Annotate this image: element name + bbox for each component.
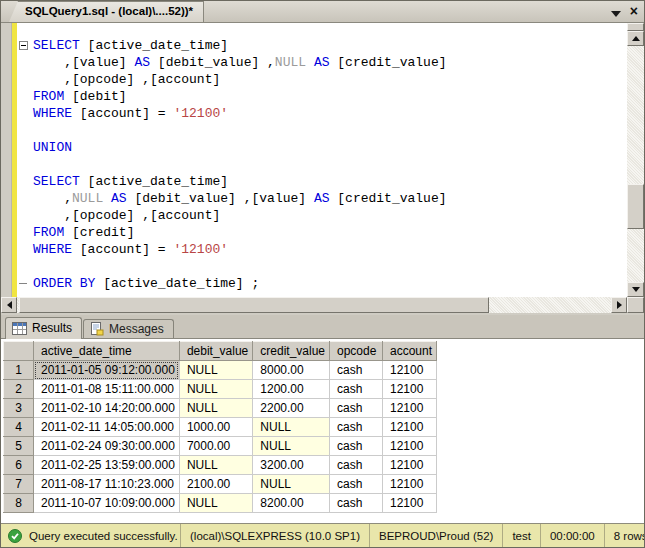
grid-cell[interactable]: 12100 (383, 494, 437, 513)
code-text: FROM [credit] (33, 224, 134, 241)
code-line[interactable] (17, 258, 627, 275)
grid-cell[interactable]: 8200.00 (253, 494, 330, 513)
column-header[interactable]: opcode (330, 342, 383, 361)
document-tab-title: SQLQuery1.sql - (local)\....52))* (25, 5, 193, 17)
code-line[interactable]: ORDER BY [active_date_time] ; (17, 275, 627, 292)
code-text: ,[opcode] ,[account] (33, 71, 220, 88)
grid-cell[interactable]: cash (330, 475, 383, 494)
grid-cell[interactable]: NULL (179, 361, 252, 380)
grid-cell[interactable]: 2011-01-08 15:11:00.000 (34, 380, 180, 399)
grid-cell[interactable]: cash (330, 437, 383, 456)
grid-cell[interactable]: NULL (179, 494, 252, 513)
code-line[interactable]: SELECT [active_date_time] (17, 173, 627, 190)
messages-icon (90, 322, 104, 336)
grid-cell[interactable]: NULL (179, 399, 252, 418)
tab-results[interactable]: Results (5, 317, 82, 339)
code-line[interactable]: SELECT [active_date_time] (17, 37, 627, 54)
code-line[interactable]: FROM [debit] (17, 88, 627, 105)
vertical-scroll-track[interactable] (627, 46, 644, 282)
column-header[interactable]: credit_value (253, 342, 330, 361)
splitter-handle[interactable] (627, 23, 644, 31)
status-message: Query executed successfully. (29, 530, 178, 542)
column-header[interactable]: account (383, 342, 437, 361)
grid-cell[interactable]: 2011-02-10 14:20:00.000 (34, 399, 180, 418)
grid-cell[interactable]: 7000.00 (179, 437, 252, 456)
close-icon[interactable]: × (630, 5, 638, 18)
code-line[interactable]: ,[opcode] ,[account] (17, 207, 627, 224)
code-line[interactable]: ,[value] AS [debit_value] ,NULL AS [cred… (17, 54, 627, 71)
horizontal-scroll-thumb[interactable] (19, 297, 489, 313)
selection-margin[interactable] (1, 23, 12, 297)
row-header[interactable]: 1 (4, 361, 34, 380)
code-text: ,[value] AS [debit_value] ,NULL AS [cred… (33, 54, 447, 71)
grid-cell[interactable]: 12100 (383, 418, 437, 437)
row-header[interactable]: 8 (4, 494, 34, 513)
grid-cell[interactable]: cash (330, 380, 383, 399)
code-line[interactable] (17, 122, 627, 139)
code-line[interactable]: WHERE [account] = '12100' (17, 241, 627, 258)
row-header[interactable]: 2 (4, 380, 34, 399)
results-grid: active_date_timedebit_valuecredit_valueo… (3, 341, 437, 513)
grid-cell[interactable]: 2011-01-05 09:12:00.000 (34, 361, 180, 380)
code-line[interactable]: FROM [credit] (17, 224, 627, 241)
code-line[interactable] (17, 156, 627, 173)
chevron-down-icon[interactable] (611, 11, 621, 17)
row-header[interactable]: 3 (4, 399, 34, 418)
status-bar: Query executed successfully. (local)\SQL… (1, 523, 644, 547)
horizontal-scrollbar[interactable] (1, 297, 627, 313)
grid-cell[interactable]: 2100.00 (179, 475, 252, 494)
grid-cell[interactable]: 12100 (383, 456, 437, 475)
code-line[interactable]: ,NULL AS [debit_value] ,[value] AS [cred… (17, 190, 627, 207)
code-line[interactable]: UNION (17, 139, 627, 156)
code-lines[interactable]: SELECT [active_date_time] ,[value] AS [d… (17, 23, 627, 297)
grid-cell[interactable]: 1000.00 (179, 418, 252, 437)
column-header[interactable]: debit_value (179, 342, 252, 361)
results-grid-area: active_date_timedebit_valuecredit_valueo… (1, 339, 644, 523)
grid-cell[interactable]: 12100 (383, 361, 437, 380)
row-header[interactable]: 6 (4, 456, 34, 475)
table-corner-cell[interactable] (4, 342, 34, 361)
grid-cell[interactable]: NULL (179, 456, 252, 475)
grid-cell[interactable]: cash (330, 494, 383, 513)
row-header[interactable]: 4 (4, 418, 34, 437)
grid-cell[interactable]: 2011-02-25 13:59:00.000 (34, 456, 180, 475)
grid-cell[interactable]: cash (330, 399, 383, 418)
scroll-left-button[interactable] (1, 297, 17, 313)
grid-cell[interactable]: cash (330, 418, 383, 437)
column-header[interactable]: active_date_time (34, 342, 180, 361)
grid-cell[interactable]: NULL (179, 380, 252, 399)
grid-cell[interactable]: cash (330, 456, 383, 475)
success-check-icon (8, 529, 22, 543)
horizontal-scroll-track[interactable] (17, 297, 611, 313)
sql-editor[interactable]: SELECT [active_date_time] ,[value] AS [d… (1, 23, 644, 313)
row-header[interactable]: 5 (4, 437, 34, 456)
scroll-right-button[interactable] (611, 297, 627, 313)
grid-cell[interactable]: 12100 (383, 399, 437, 418)
scroll-down-button[interactable] (627, 282, 644, 297)
code-line[interactable]: WHERE [account] = '12100' (17, 105, 627, 122)
grid-cell[interactable]: 2011-10-07 10:09:00.000 (34, 494, 180, 513)
tab-messages[interactable]: Messages (83, 319, 174, 338)
table-row: 32011-02-10 14:20:00.000NULL2200.00cash1… (4, 399, 437, 418)
grid-cell[interactable]: 1200.00 (253, 380, 330, 399)
grid-cell[interactable]: cash (330, 361, 383, 380)
grid-cell[interactable]: 2011-02-11 14:05:00.000 (34, 418, 180, 437)
grid-cell[interactable]: 12100 (383, 380, 437, 399)
grid-cell[interactable]: NULL (253, 437, 330, 456)
grid-cell[interactable]: 12100 (383, 437, 437, 456)
grid-cell[interactable]: 3200.00 (253, 456, 330, 475)
document-tab[interactable]: SQLQuery1.sql - (local)\....52))* (9, 1, 204, 22)
grid-cell[interactable]: NULL (253, 418, 330, 437)
vertical-scrollbar[interactable] (627, 23, 644, 297)
collapse-region-icon[interactable] (19, 41, 28, 50)
vertical-scroll-thumb[interactable] (627, 184, 644, 229)
code-line[interactable]: ,[opcode] ,[account] (17, 71, 627, 88)
grid-cell[interactable]: 12100 (383, 475, 437, 494)
grid-cell[interactable]: 8000.00 (253, 361, 330, 380)
grid-cell[interactable]: 2011-08-17 11:10:23.000 (34, 475, 180, 494)
grid-cell[interactable]: 2011-02-24 09:30:00.000 (34, 437, 180, 456)
grid-cell[interactable]: NULL (253, 475, 330, 494)
grid-cell[interactable]: 2200.00 (253, 399, 330, 418)
scroll-up-button[interactable] (627, 31, 644, 46)
row-header[interactable]: 7 (4, 475, 34, 494)
